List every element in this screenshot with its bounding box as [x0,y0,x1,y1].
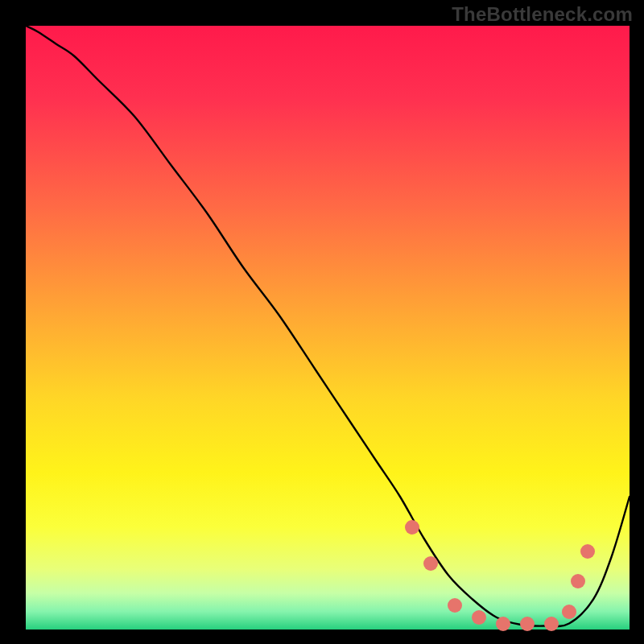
optimum-marker [520,617,535,631]
optimum-marker [571,574,585,588]
optimum-marker [544,617,559,631]
optimum-marker [580,544,595,559]
chart-frame: TheBottleneck.com [0,0,644,644]
optimum-marker [562,605,576,619]
optimum-marker [496,617,510,631]
bottleneck-curve [26,26,630,630]
watermark-text: TheBottleneck.com [452,3,633,26]
optimum-marker [472,610,486,625]
optimum-marker [448,598,462,613]
optimum-marker [405,520,419,535]
plot-area [26,26,630,630]
optimum-marker [423,556,438,571]
